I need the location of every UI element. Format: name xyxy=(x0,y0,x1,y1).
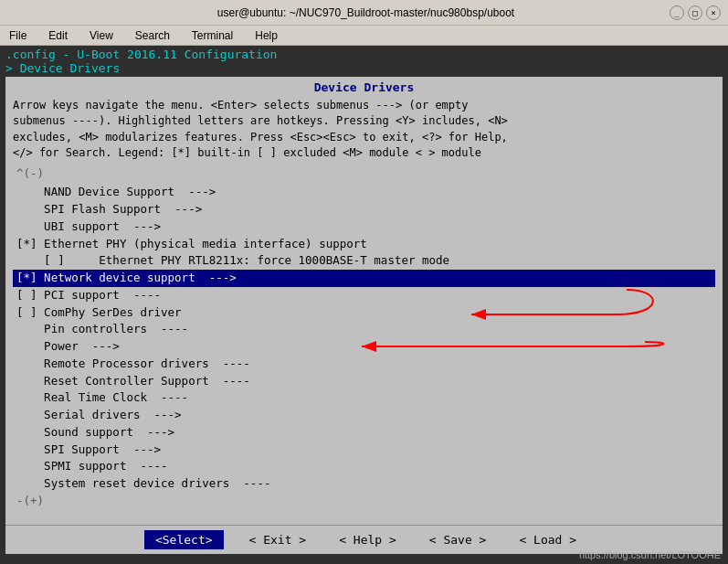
menu-item-rtc[interactable]: Real Time Clock ---- xyxy=(13,389,715,407)
config-line1: .config - U-Boot 2016.11 Configuration xyxy=(5,48,723,61)
menubar: File Edit View Search Terminal Help xyxy=(0,26,728,46)
load-button[interactable]: < Load > xyxy=(512,530,584,549)
menu-item-reset[interactable]: Reset Controller Support ---- xyxy=(13,373,715,390)
close-button[interactable]: × xyxy=(706,5,721,20)
kconfig-help: Arrow keys navigate the menu. <Enter> se… xyxy=(13,98,715,162)
menu-item-ubi[interactable]: UBI support ---> xyxy=(13,218,715,236)
menu-item-serial[interactable]: Serial drivers ---> xyxy=(13,407,715,424)
menu-help[interactable]: Help xyxy=(249,27,283,44)
config-header: .config - U-Boot 2016.11 Configuration >… xyxy=(0,46,728,77)
minimize-button[interactable]: _ xyxy=(670,5,684,20)
menu-item-spmi[interactable]: SPMI support ---- xyxy=(13,458,715,475)
menu-file[interactable]: File xyxy=(4,27,32,44)
menu-edit[interactable]: Edit xyxy=(43,27,73,44)
border-top: ^(-) xyxy=(13,165,715,183)
menu-item-ethernet-phy[interactable]: [*] Ethernet PHY (physical media interfa… xyxy=(13,236,715,253)
kconfig-title: Device Drivers xyxy=(13,80,715,94)
menu-item-pci[interactable]: [ ] PCI support ---- xyxy=(13,287,715,304)
titlebar: user@ubuntu: ~/NUC970_Buildroot-master/n… xyxy=(0,0,728,26)
window-controls[interactable]: _ □ × xyxy=(670,5,721,20)
menu-items-list: NAND Device Support ---> SPI Flash Suppo… xyxy=(13,184,715,493)
exit-button[interactable]: < Exit > xyxy=(242,530,314,549)
menu-item-spi-flash[interactable]: SPI Flash Support ---> xyxy=(13,201,715,218)
menu-search[interactable]: Search xyxy=(130,27,175,44)
watermark: https://blog.csdn.net/LOTOOHE xyxy=(579,549,721,560)
menu-item-spi[interactable]: SPI Support ---> xyxy=(13,442,715,459)
menu-item-pin[interactable]: Pin controllers ---- xyxy=(13,321,715,338)
select-button[interactable]: <Select> xyxy=(144,530,224,549)
config-line2: > Device Drivers xyxy=(5,61,723,75)
maximize-button[interactable]: □ xyxy=(688,5,702,20)
help-button[interactable]: < Help > xyxy=(332,530,404,549)
menu-view[interactable]: View xyxy=(84,27,119,44)
menu-item-ethernet-rtl[interactable]: [ ] Ethernet PHY RTL8211x: force 1000BAS… xyxy=(13,252,715,270)
menu-item-network[interactable]: [*] Network device support ---> xyxy=(13,270,715,287)
kconfig-panel: Device Drivers Arrow keys navigate the m… xyxy=(5,77,723,525)
window-title: user@ubuntu: ~/NUC970_Buildroot-master/n… xyxy=(62,6,670,19)
menu-item-remote[interactable]: Remote Processor drivers ---- xyxy=(13,356,715,373)
menu-item-comphy[interactable]: [ ] ComPhy SerDes driver xyxy=(13,304,715,322)
menu-item-sound[interactable]: Sound support ---> xyxy=(13,424,715,442)
save-button[interactable]: < Save > xyxy=(422,530,494,549)
border-bottom: -(+) xyxy=(13,493,715,510)
menu-item-sysreset[interactable]: System reset device drivers ---- xyxy=(13,475,715,493)
menu-item-nand[interactable]: NAND Device Support ---> xyxy=(13,184,715,201)
menu-item-power[interactable]: Power ---> xyxy=(13,338,715,356)
terminal-area: .config - U-Boot 2016.11 Configuration >… xyxy=(0,46,728,564)
menu-terminal[interactable]: Terminal xyxy=(186,27,238,44)
